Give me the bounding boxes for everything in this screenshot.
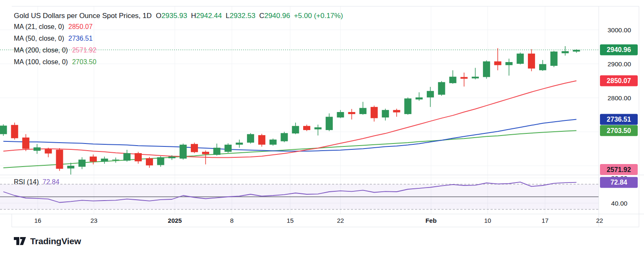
candle[interactable] [562,46,569,56]
candle-body[interactable] [539,64,546,70]
indicator-row[interactable]: MA (50, close, 0)2736.51 [14,33,343,44]
candle-body[interactable] [78,159,86,167]
candle[interactable] [494,48,501,70]
candle[interactable] [551,51,558,67]
candle-body[interactable] [326,117,333,130]
candle[interactable] [78,157,86,169]
candle-body[interactable] [169,156,176,158]
candle[interactable] [483,60,490,79]
candle-body[interactable] [314,127,322,129]
candle[interactable] [415,92,423,101]
candle-body[interactable] [438,82,445,95]
candle[interactable] [292,123,299,134]
candle-body[interactable] [415,97,423,99]
candle[interactable] [371,106,378,122]
candle-body[interactable] [258,135,265,145]
candle-body[interactable] [472,77,479,78]
time-axis-label[interactable]: 15 [287,217,294,224]
candle-body[interactable] [427,91,434,97]
candle-body[interactable] [146,158,153,165]
candle-body[interactable] [551,52,558,66]
indicator-row[interactable]: MA (21, close, 0)2850.07 [14,21,343,33]
candle[interactable] [506,59,513,76]
candle[interactable] [90,154,97,164]
candle-body[interactable] [123,153,130,161]
candle-body[interactable] [573,50,580,52]
candle[interactable] [225,143,232,153]
candle[interactable] [191,143,198,153]
indicator-row[interactable]: MA (100, close, 0)2703.50 [14,56,343,68]
candle-body[interactable] [506,62,513,65]
ma100-line[interactable] [3,130,576,168]
candle[interactable] [404,97,411,115]
candle[interactable] [314,125,322,136]
candle[interactable] [517,52,524,64]
candle-body[interactable] [404,99,411,114]
time-axis-label[interactable]: 17 [542,217,549,224]
candle-body[interactable] [236,143,243,145]
candle[interactable] [157,156,164,167]
time-axis-label[interactable]: 2025 [168,217,182,224]
candle-body[interactable] [157,157,164,165]
candle-body[interactable] [247,134,254,143]
time-axis-label[interactable]: 23 [91,217,98,224]
candle-body[interactable] [281,133,288,141]
candle[interactable] [123,150,130,162]
candle[interactable] [573,50,580,53]
candle[interactable] [281,132,288,142]
candle-body[interactable] [202,152,209,154]
candle[interactable] [45,148,52,157]
candle[interactable] [438,81,445,96]
candle[interactable] [22,134,29,151]
candle[interactable] [0,124,7,136]
time-axis-label[interactable]: 22 [337,217,344,224]
time-axis-label[interactable]: 22 [596,217,603,224]
candle-body[interactable] [382,110,389,117]
candle[interactable] [213,143,221,155]
candle-body[interactable] [393,110,400,112]
time-axis-label[interactable]: 16 [34,217,42,224]
candle[interactable] [34,144,41,154]
candle[interactable] [67,163,74,175]
ma50-line[interactable] [3,119,576,151]
rsi-legend[interactable]: RSI (14)72.84 [14,178,60,186]
candle-body[interactable] [191,144,198,152]
candle[interactable] [11,123,18,140]
time-axis-label[interactable]: Feb [426,217,437,224]
candle[interactable] [303,125,310,131]
candle[interactable] [337,110,344,118]
candle[interactable] [427,87,434,107]
candle-body[interactable] [483,61,490,77]
candle[interactable] [236,140,243,148]
candle-body[interactable] [449,77,457,83]
time-axis[interactable]: 1623202581522Feb101722 [34,217,603,224]
candle-body[interactable] [22,138,29,149]
candle-body[interactable] [90,156,97,162]
candle[interactable] [135,152,142,164]
candle-body[interactable] [348,112,355,114]
tradingview-logo[interactable]: TradingView [14,236,81,246]
candle[interactable] [146,157,153,168]
candle-body[interactable] [303,126,310,130]
candle-body[interactable] [337,112,344,117]
candle-body[interactable] [528,54,535,69]
candle[interactable] [101,156,108,164]
candle-body[interactable] [112,159,119,160]
candle[interactable] [348,109,355,120]
candle[interactable] [247,133,254,143]
candle-body[interactable] [460,77,467,79]
candle-body[interactable] [371,107,378,118]
candle-body[interactable] [11,125,18,138]
candle-body[interactable] [179,145,187,159]
candle-body[interactable] [213,148,221,155]
candle-body[interactable] [67,166,74,168]
candle-body[interactable] [562,51,569,53]
ma21-line[interactable] [3,81,576,157]
candle[interactable] [258,134,265,147]
candle[interactable] [270,138,277,146]
candle[interactable] [326,113,333,131]
candle-body[interactable] [135,153,142,161]
candle-body[interactable] [517,54,524,64]
candle[interactable] [359,102,366,115]
time-axis-label[interactable]: 8 [230,217,234,224]
